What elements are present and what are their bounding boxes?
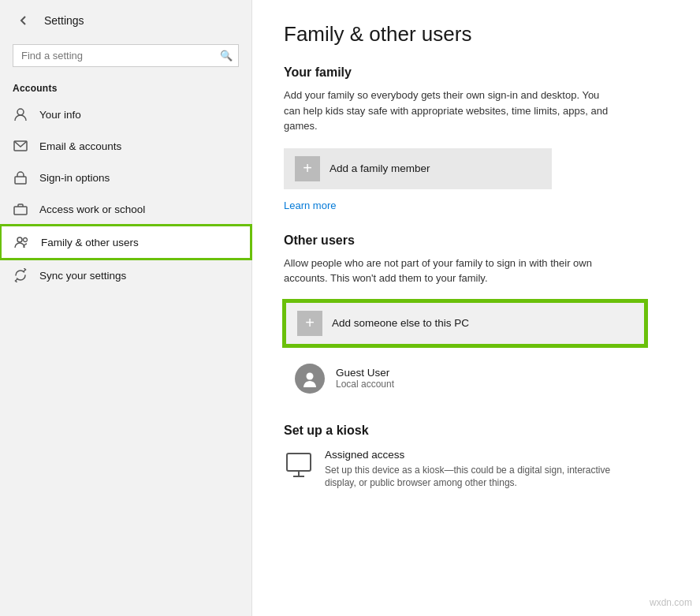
- email-icon: [13, 138, 28, 154]
- learn-more-link[interactable]: Learn more: [284, 200, 336, 211]
- sidebar-item-email-accounts[interactable]: Email & accounts: [0, 130, 251, 162]
- page-title: Family & other users: [284, 22, 668, 47]
- people-icon: [14, 234, 30, 250]
- assigned-access-entry: Assigned access Set up this device as a …: [284, 449, 631, 491]
- add-family-plus-icon: +: [295, 156, 320, 181]
- add-family-member-button[interactable]: + Add a family member: [284, 148, 552, 189]
- search-box[interactable]: 🔍: [13, 44, 239, 67]
- svg-point-6: [307, 372, 314, 379]
- guest-user-name: Guest User: [336, 367, 394, 379]
- accounts-section-label: Accounts: [0, 77, 251, 99]
- assigned-access-info: Assigned access Set up this device as a …: [325, 449, 631, 491]
- briefcase-icon: [13, 201, 28, 217]
- kiosk-monitor-icon: [284, 450, 314, 480]
- add-someone-button[interactable]: + Add someone else to this PC: [284, 301, 646, 346]
- add-someone-plus-icon: +: [297, 311, 322, 336]
- svg-point-4: [17, 237, 22, 242]
- sign-in-label: Sign-in options: [39, 172, 110, 184]
- svg-point-5: [24, 238, 28, 242]
- svg-rect-2: [15, 177, 26, 184]
- add-someone-label: Add someone else to this PC: [332, 317, 469, 329]
- guest-user-sub: Local account: [336, 379, 394, 390]
- sync-icon: [13, 267, 28, 283]
- sidebar: Settings 🔍 Accounts Your info Email & ac…: [0, 0, 252, 616]
- kiosk-title: Set up a kiosk: [284, 424, 668, 438]
- search-icon: 🔍: [220, 50, 233, 62]
- guest-user-info: Guest User Local account: [336, 367, 394, 390]
- guest-user-avatar: [295, 364, 325, 394]
- other-users-title: Other users: [284, 233, 668, 248]
- app-title: Settings: [44, 14, 84, 27]
- family-users-label: Family & other users: [41, 237, 139, 248]
- your-info-label: Your info: [39, 109, 81, 121]
- sync-label: Sync your settings: [39, 270, 126, 282]
- sidebar-item-family-users[interactable]: Family & other users: [0, 225, 251, 259]
- your-family-description: Add your family so everybody gets their …: [284, 88, 615, 134]
- sidebar-item-access-work[interactable]: Access work or school: [0, 193, 251, 225]
- sidebar-item-sync[interactable]: Sync your settings: [0, 259, 251, 291]
- guest-user-entry[interactable]: Guest User Local account: [284, 356, 646, 401]
- kiosk-section: Set up a kiosk Assigned access Set up th…: [284, 424, 668, 491]
- other-users-description: Allow people who are not part of your fa…: [284, 256, 615, 286]
- back-button[interactable]: [13, 9, 35, 32]
- sidebar-item-your-info[interactable]: Your info: [0, 99, 251, 130]
- assigned-access-title: Assigned access: [325, 449, 631, 461]
- sidebar-item-sign-in[interactable]: Sign-in options: [0, 162, 251, 193]
- your-family-title: Your family: [284, 65, 668, 80]
- add-family-label: Add a family member: [330, 162, 430, 174]
- access-work-label: Access work or school: [39, 203, 145, 215]
- svg-rect-3: [14, 207, 27, 215]
- person-icon: [13, 106, 28, 122]
- main-content: Family & other users Your family Add you…: [252, 0, 700, 616]
- svg-point-0: [17, 109, 24, 115]
- title-bar: Settings: [0, 0, 251, 41]
- assigned-access-desc: Set up this device as a kiosk—this could…: [325, 464, 631, 491]
- watermark: wxdn.com: [650, 597, 692, 608]
- svg-rect-7: [287, 454, 311, 471]
- lock-icon: [13, 170, 28, 185]
- search-input[interactable]: [13, 44, 239, 67]
- email-accounts-label: Email & accounts: [39, 140, 121, 152]
- other-users-section: Other users Allow people who are not par…: [284, 233, 668, 401]
